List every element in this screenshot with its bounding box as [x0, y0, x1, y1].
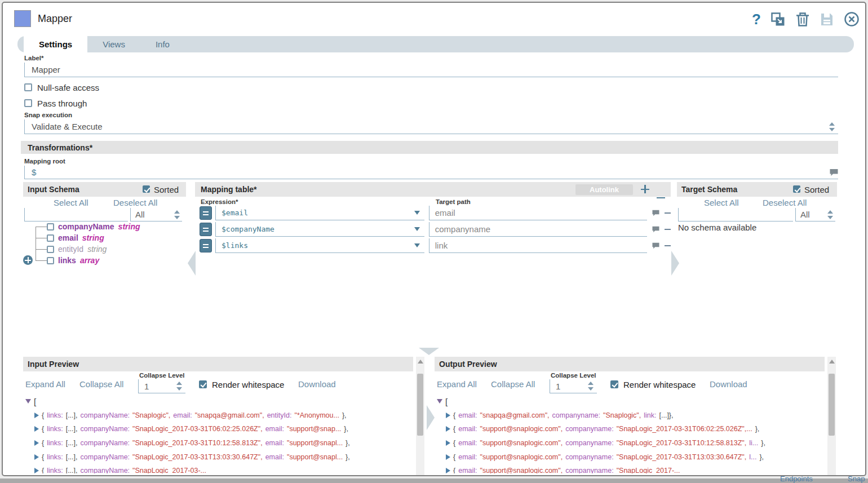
output-preview-scrollbar[interactable] [827, 357, 836, 476]
expand-arrow-icon[interactable] [34, 468, 39, 473]
label-input[interactable]: Mapper [24, 63, 838, 77]
expression-field[interactable]: $email [215, 206, 424, 220]
json-token: email: [265, 453, 284, 461]
schema-item-checkbox[interactable] [47, 234, 54, 242]
comment-icon[interactable] [652, 210, 660, 216]
expression-toggle-button[interactable] [200, 223, 212, 236]
input-schema-sorted-checkbox[interactable] [143, 185, 150, 193]
expand-arrow-icon[interactable] [34, 440, 39, 446]
target-schema-sorted-checkbox[interactable] [793, 185, 800, 193]
expand-arrow-icon[interactable] [446, 426, 450, 432]
expression-toggle-button[interactable] [200, 239, 212, 252]
schema-item: companyNamestring [23, 221, 186, 232]
tab-views[interactable]: Views [87, 36, 140, 52]
target-path-field[interactable]: companyname [429, 222, 647, 237]
expression-dropdown-icon[interactable] [414, 243, 420, 247]
scrollbar-thumb[interactable] [417, 374, 423, 436]
json-token: { [453, 453, 455, 461]
close-icon[interactable] [844, 11, 860, 27]
json-token: }, [346, 439, 350, 447]
scroll-up-icon[interactable] [829, 360, 835, 364]
null-safe-checkbox[interactable] [24, 83, 32, 91]
schema-item-checkbox[interactable] [47, 257, 54, 264]
input-schema-select-all[interactable]: Select All [54, 198, 88, 207]
mapping-root-comment-icon[interactable] [829, 169, 839, 176]
output-preview-expand-all[interactable]: Expand All [437, 379, 477, 389]
output-preview-download[interactable]: Download [710, 379, 747, 389]
expand-arrow-icon[interactable] [34, 413, 39, 418]
json-token: "support@snapl... [287, 453, 343, 461]
output-render-whitespace-label: Render whitespace [623, 380, 696, 389]
delete-snap-icon[interactable] [795, 12, 810, 27]
collapse-target-schema-icon[interactable] [671, 251, 679, 276]
snap-execution-select[interactable]: Validate & Execute [24, 119, 838, 134]
collapse-preview-icon[interactable] [419, 348, 439, 355]
preview-row: {links:[...],companyName:"Snaplogic",ema… [25, 409, 414, 423]
tab-info[interactable]: Info [140, 36, 185, 52]
expand-node-icon[interactable] [23, 255, 33, 265]
input-render-whitespace-checkbox[interactable] [199, 380, 207, 388]
help-icon[interactable]: ? [752, 12, 761, 26]
save-icon[interactable] [820, 12, 834, 27]
input-preview-collapse-all[interactable]: Collapse All [79, 379, 123, 389]
json-token: [...], [66, 425, 78, 433]
target-path-field[interactable]: email [429, 206, 647, 220]
collapse-arrow-icon[interactable] [437, 399, 442, 404]
expression-dropdown-icon[interactable] [414, 227, 420, 231]
expand-arrow-icon[interactable] [34, 454, 39, 460]
tab-settings[interactable]: Settings [24, 36, 87, 52]
autolink-button[interactable]: Autolink [575, 184, 633, 195]
expand-arrow-icon[interactable] [446, 440, 450, 446]
json-token: "support@snapl... [287, 439, 343, 447]
delete-row-icon[interactable] [665, 212, 671, 214]
expression-toggle-button[interactable] [200, 206, 212, 220]
comment-icon[interactable] [652, 226, 660, 233]
json-token: [...]}, [659, 411, 674, 419]
input-schema-filter-input[interactable] [24, 208, 128, 221]
target-schema-deselect-all[interactable]: Deselect All [763, 198, 807, 207]
input-preview-download[interactable]: Download [298, 379, 336, 389]
input-schema-deselect-all[interactable]: Deselect All [113, 198, 157, 207]
schema-item-name: links [58, 256, 76, 265]
target-schema-type-spinner-icon[interactable] [827, 210, 833, 220]
input-schema-type-spinner-icon[interactable] [174, 210, 180, 220]
output-preview-json: [ {email:"snapqa@gmail.com",companyname:… [437, 395, 825, 473]
expand-arrow-icon[interactable] [446, 468, 450, 473]
preview-row: {links:[...],companyName:"SnapLogic_2017… [25, 450, 414, 464]
expand-arrow-icon[interactable] [446, 413, 450, 418]
label-field-label: Label* [24, 55, 44, 61]
comment-icon[interactable] [652, 242, 660, 249]
output-collapse-level-spinner-icon[interactable] [588, 381, 594, 391]
target-schema-filter-input[interactable] [678, 208, 793, 221]
schema-item-checkbox[interactable] [47, 246, 54, 253]
expression-field[interactable]: $companyName [215, 222, 424, 237]
target-schema-select-all[interactable]: Select All [704, 198, 739, 207]
pass-through-checkbox[interactable] [24, 99, 32, 107]
collapse-output-preview-icon[interactable] [427, 405, 435, 430]
remove-mapping-row-icon[interactable] [657, 193, 665, 202]
scrollbar-thumb[interactable] [829, 374, 835, 436]
mapping-root-input[interactable]: $ [24, 166, 838, 179]
snap-execution-spinner-icon[interactable] [829, 122, 835, 132]
delete-row-icon[interactable] [665, 229, 671, 231]
expression-field[interactable]: $links [215, 238, 424, 253]
label-input-value: Mapper [32, 65, 60, 74]
output-preview-collapse-all[interactable]: Collapse All [491, 379, 535, 389]
input-collapse-level-spinner-icon[interactable] [176, 381, 182, 391]
collapse-input-schema-icon[interactable] [188, 251, 196, 276]
output-render-whitespace-checkbox[interactable] [610, 380, 618, 388]
duplicate-snap-icon[interactable] [770, 12, 786, 27]
scroll-up-icon[interactable] [418, 360, 423, 364]
collapse-arrow-icon[interactable] [25, 399, 31, 404]
add-mapping-row-icon[interactable] [641, 185, 649, 193]
schema-item-checkbox[interactable] [47, 223, 54, 231]
mapping-root-label: Mapping root [24, 158, 65, 165]
input-preview-scrollbar[interactable] [416, 357, 424, 476]
expression-dropdown-icon[interactable] [414, 211, 420, 215]
expand-arrow-icon[interactable] [446, 454, 450, 460]
expand-arrow-icon[interactable] [34, 426, 39, 432]
delete-row-icon[interactable] [665, 245, 671, 247]
target-path-field[interactable]: link [429, 238, 647, 253]
mapping-row: $companyNamecompanyname [200, 222, 671, 237]
input-preview-expand-all[interactable]: Expand All [25, 379, 65, 389]
